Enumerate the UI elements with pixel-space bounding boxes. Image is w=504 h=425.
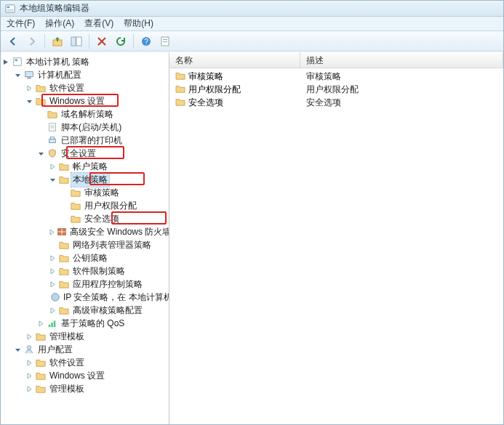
tree-netlist[interactable]: 网络列表管理器策略	[49, 238, 167, 251]
tree-qos[interactable]: 基于策略的 QoS	[37, 317, 167, 330]
tree-user-windows[interactable]: Windows 设置	[25, 369, 167, 382]
svg-rect-14	[15, 60, 18, 62]
tree-pubkey[interactable]: 公钥策略	[49, 251, 167, 264]
tree-computer-config[interactable]: 计算机配置 软件设置	[14, 68, 167, 343]
folder-icon	[175, 71, 185, 82]
svg-rect-23	[51, 323, 53, 327]
tree-user-config[interactable]: 用户配置 软件设置 Windows 设置	[14, 343, 167, 395]
tree-user-software[interactable]: 软件设置	[25, 356, 167, 369]
list-body[interactable]: 审核策略审核策略用户权限分配用户权限分配安全选项安全选项	[169, 68, 503, 424]
tree-security-settings[interactable]: 安全设置 帐户策略	[37, 147, 167, 317]
item-desc: 安全选项	[300, 97, 503, 109]
qos-icon	[47, 318, 58, 328]
tree-firewall[interactable]: 高级安全 Windows 防火墙	[49, 225, 167, 238]
toolbar-separator	[133, 34, 134, 49]
folder-icon	[58, 174, 70, 185]
firewall-icon	[57, 227, 67, 237]
folder-icon	[35, 331, 47, 341]
properties-button[interactable]	[157, 33, 173, 49]
tree-root[interactable]: 本地计算机 策略 计算机配置	[2, 55, 167, 395]
script-icon	[47, 122, 58, 132]
gpedit-window: 本地组策略编辑器 文件(F) 操作(A) 查看(V) 帮助(H) ? 本地计算机…	[0, 0, 504, 425]
svg-rect-0	[6, 4, 15, 12]
expand-icon[interactable]	[2, 58, 10, 66]
tree-user-admtpl[interactable]: 管理模板	[25, 382, 167, 395]
svg-rect-7	[76, 37, 81, 46]
expand-icon[interactable]	[49, 254, 57, 262]
expand-icon[interactable]	[49, 280, 57, 288]
menu-action[interactable]: 操作(A)	[45, 17, 74, 30]
tree-advaudit[interactable]: 高级审核策略配置	[49, 304, 167, 317]
forward-button[interactable]	[24, 33, 40, 49]
folder-icon	[35, 96, 47, 106]
menu-file[interactable]: 文件(F)	[7, 17, 35, 30]
up-level-button[interactable]	[49, 33, 65, 49]
folder-icon	[70, 214, 81, 224]
expand-icon[interactable]	[25, 385, 33, 393]
folder-icon	[58, 305, 70, 315]
tree-user-rights[interactable]: 用户权限分配	[60, 199, 167, 212]
tree-softrestrict[interactable]: 软件限制策略	[49, 264, 167, 278]
folder-icon	[175, 97, 185, 108]
svg-rect-16	[27, 78, 31, 79]
show-hide-tree-button[interactable]	[68, 33, 84, 49]
expand-icon[interactable]	[49, 307, 57, 315]
app-icon	[5, 4, 15, 14]
tree-printers[interactable]: 已部署的打印机	[37, 134, 167, 147]
tree-pane[interactable]: 本地计算机 策略 计算机配置	[1, 52, 169, 424]
folder-icon	[70, 201, 81, 211]
tree-software-settings[interactable]: 软件设置	[25, 81, 167, 94]
help-button[interactable]: ?	[138, 33, 154, 49]
column-name[interactable]: 名称	[169, 52, 300, 68]
folder-icon	[47, 109, 58, 119]
folder-icon	[35, 357, 47, 368]
column-desc[interactable]: 描述	[300, 52, 503, 68]
list-item[interactable]: 安全选项安全选项	[169, 96, 503, 109]
collapse-icon[interactable]	[14, 71, 22, 79]
tree-security-options[interactable]: 安全选项	[60, 212, 167, 225]
menubar: 文件(F) 操作(A) 查看(V) 帮助(H)	[1, 17, 503, 31]
collapse-icon[interactable]	[37, 150, 45, 158]
ipsec-icon	[50, 292, 60, 302]
expand-icon[interactable]	[25, 333, 33, 341]
list-header: 名称 描述	[169, 52, 503, 68]
svg-rect-2	[7, 9, 14, 9]
svg-rect-13	[14, 58, 22, 66]
tree-appctrl[interactable]: 应用程序控制策略	[49, 278, 167, 291]
expand-icon[interactable]	[49, 267, 57, 275]
folder-icon	[35, 371, 47, 381]
menu-help[interactable]: 帮助(H)	[124, 17, 153, 30]
folder-icon	[58, 253, 70, 263]
client-area: 本地计算机 策略 计算机配置	[1, 52, 503, 424]
printer-icon	[47, 135, 58, 145]
refresh-button[interactable]	[113, 33, 129, 49]
expand-icon[interactable]	[25, 372, 33, 380]
security-icon	[47, 148, 58, 158]
tree-scripts[interactable]: 脚本(启动/关机)	[37, 121, 167, 134]
expand-icon[interactable]	[49, 228, 55, 236]
back-button[interactable]	[5, 33, 21, 49]
tree-admin-templates[interactable]: 管理模板	[25, 330, 167, 343]
tree-dns-policy[interactable]: 域名解析策略	[37, 108, 167, 121]
menu-view[interactable]: 查看(V)	[84, 17, 113, 30]
delete-button[interactable]	[94, 33, 110, 49]
expand-icon[interactable]	[37, 320, 45, 328]
titlebar: 本地组策略编辑器	[1, 1, 503, 17]
collapse-icon[interactable]	[25, 97, 33, 105]
tree-local-policy[interactable]: 本地策略 审核策略	[49, 173, 167, 225]
collapse-icon[interactable]	[14, 346, 22, 354]
tree-windows-settings[interactable]: Windows 设置 域名解析策略	[25, 94, 167, 330]
tree-account-policy[interactable]: 帐户策略	[49, 160, 167, 173]
folder-icon	[35, 83, 47, 93]
list-item[interactable]: 用户权限分配用户权限分配	[169, 83, 503, 96]
expand-icon[interactable]	[25, 84, 33, 92]
expand-icon[interactable]	[25, 359, 33, 367]
tree-audit-policy[interactable]: 审核策略	[60, 186, 167, 199]
svg-rect-24	[54, 321, 56, 328]
svg-rect-15	[25, 72, 33, 77]
collapse-icon[interactable]	[49, 176, 57, 184]
expand-icon[interactable]	[49, 163, 57, 171]
list-item[interactable]: 审核策略审核策略	[169, 70, 503, 83]
tree-ipsec[interactable]: IP 安全策略，在 本地计算机	[49, 291, 167, 304]
item-name: 审核策略	[188, 70, 223, 83]
